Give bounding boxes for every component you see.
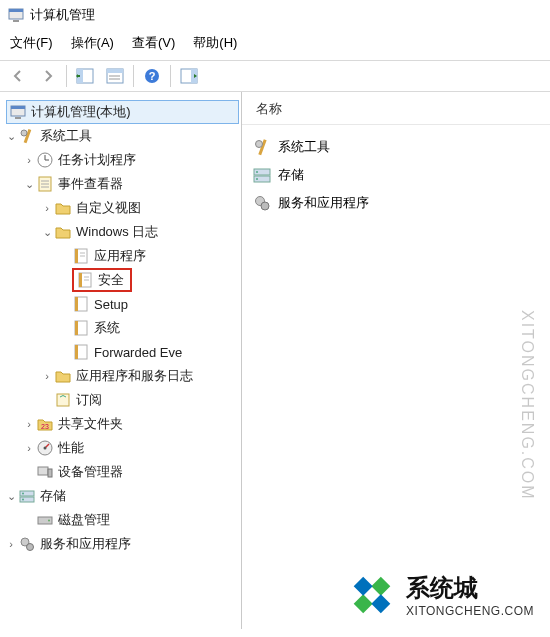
svg-rect-34: [75, 297, 78, 311]
tree-item-setup-log[interactable]: Setup: [4, 292, 241, 316]
shared-folders-icon: 23: [36, 415, 54, 433]
expander-icon[interactable]: ›: [22, 154, 36, 166]
tree-label: Forwarded Eve: [94, 345, 182, 360]
tree-label: 性能: [58, 439, 84, 457]
svg-rect-2: [13, 20, 19, 22]
folder-icon: [54, 223, 72, 241]
tree-root-computer-management[interactable]: 计算机管理(本地): [6, 100, 239, 124]
svg-rect-61: [371, 577, 390, 596]
subscriptions-icon: [54, 391, 72, 409]
tree-item-app-service-logs[interactable]: › 应用程序和服务日志: [4, 364, 241, 388]
back-button[interactable]: [4, 63, 32, 89]
expander-icon[interactable]: ›: [40, 370, 54, 382]
menu-help[interactable]: 帮助(H): [193, 34, 237, 52]
toolbar-separator: [66, 65, 67, 87]
tree-item-subscriptions[interactable]: 订阅: [4, 388, 241, 412]
tree-item-system-log[interactable]: 系统: [4, 316, 241, 340]
menu-action[interactable]: 操作(A): [71, 34, 114, 52]
properties-button[interactable]: [101, 63, 129, 89]
tree-item-custom-views[interactable]: › 自定义视图: [4, 196, 241, 220]
tree-item-disk-management[interactable]: 磁盘管理: [4, 508, 241, 532]
svg-rect-26: [75, 249, 78, 263]
svg-text:?: ?: [149, 70, 156, 82]
tree-item-event-viewer[interactable]: ⌄ 事件查看器: [4, 172, 241, 196]
list-item-storage[interactable]: 存储: [252, 161, 550, 189]
svg-rect-6: [107, 69, 123, 73]
tree-item-application-log[interactable]: 应用程序: [4, 244, 241, 268]
expander-icon[interactable]: ⌄: [40, 226, 54, 239]
tree-label: 服务和应用程序: [40, 535, 131, 553]
services-icon: [252, 193, 272, 213]
svg-rect-44: [48, 469, 52, 477]
svg-rect-15: [15, 117, 21, 119]
expander-icon[interactable]: ⌄: [22, 178, 36, 191]
tree-item-device-manager[interactable]: 设备管理器: [4, 460, 241, 484]
svg-point-47: [22, 493, 24, 495]
svg-rect-64: [371, 594, 390, 613]
app-icon: [8, 7, 24, 23]
svg-rect-30: [79, 273, 82, 287]
device-manager-icon: [36, 463, 54, 481]
expander-icon[interactable]: ›: [22, 442, 36, 454]
brand-logo-icon: [348, 571, 396, 619]
menubar: 文件(F) 操作(A) 查看(V) 帮助(H): [0, 30, 550, 60]
event-viewer-icon: [36, 175, 54, 193]
toolbar-separator: [133, 65, 134, 87]
window-title: 计算机管理: [30, 6, 95, 24]
tree-label: 存储: [40, 487, 66, 505]
tree-item-services-apps[interactable]: › 服务和应用程序: [4, 532, 241, 556]
menu-file[interactable]: 文件(F): [10, 34, 53, 52]
tree-pane: 计算机管理(本地) ⌄ 系统工具 › 任务计划程序 ⌄ 事件查看器: [0, 92, 242, 629]
tree-item-storage[interactable]: ⌄ 存储: [4, 484, 241, 508]
svg-point-57: [256, 171, 258, 173]
column-header-name[interactable]: 名称: [242, 96, 550, 125]
tree-item-performance[interactable]: › 性能: [4, 436, 241, 460]
tree-label: 订阅: [76, 391, 102, 409]
tree-item-task-scheduler[interactable]: › 任务计划程序: [4, 148, 241, 172]
action-pane-button[interactable]: [175, 63, 203, 89]
tree-item-forwarded-events[interactable]: Forwarded Eve: [4, 340, 241, 364]
tree-label: 共享文件夹: [58, 415, 123, 433]
help-button[interactable]: ?: [138, 63, 166, 89]
expander-icon[interactable]: ›: [40, 202, 54, 214]
tree-item-security-log[interactable]: 安全: [4, 268, 241, 292]
storage-icon: [252, 165, 272, 185]
svg-point-58: [256, 178, 258, 180]
svg-point-50: [48, 520, 50, 522]
list-item-system-tools[interactable]: 系统工具: [252, 133, 550, 161]
tree-label: 事件查看器: [58, 175, 123, 193]
svg-text:23: 23: [41, 423, 49, 430]
storage-icon: [18, 487, 36, 505]
folder-icon: [54, 367, 72, 385]
tree-item-shared-folders[interactable]: › 23 共享文件夹: [4, 412, 241, 436]
list-item-label: 系统工具: [278, 138, 330, 156]
brand: 系统城 XITONGCHENG.COM: [348, 571, 534, 619]
svg-point-48: [22, 499, 24, 501]
folder-icon: [54, 199, 72, 217]
list-item-services-apps[interactable]: 服务和应用程序: [252, 189, 550, 217]
highlight-box: 安全: [72, 268, 132, 292]
log-icon: [72, 319, 90, 337]
log-icon: [76, 271, 94, 289]
tree-label: 磁盘管理: [58, 511, 110, 529]
menu-view[interactable]: 查看(V): [132, 34, 175, 52]
tree-label: 系统: [94, 319, 120, 337]
svg-point-42: [44, 447, 47, 450]
brand-title: 系统城: [406, 572, 534, 604]
tree-item-system-tools[interactable]: ⌄ 系统工具: [4, 124, 241, 148]
tree-item-windows-logs[interactable]: ⌄ Windows 日志: [4, 220, 241, 244]
tree: 计算机管理(本地) ⌄ 系统工具 › 任务计划程序 ⌄ 事件查看器: [0, 96, 241, 556]
expander-icon[interactable]: ⌄: [4, 130, 18, 143]
expander-icon[interactable]: ⌄: [4, 490, 18, 503]
expander-icon[interactable]: ›: [4, 538, 18, 550]
list-item-label: 服务和应用程序: [278, 194, 369, 212]
expander-icon[interactable]: ›: [22, 418, 36, 430]
computer-icon: [9, 103, 27, 121]
watermark: XITONGCHENG.COM: [518, 310, 536, 501]
svg-point-54: [256, 141, 263, 148]
forward-button[interactable]: [34, 63, 62, 89]
tree-label: 设备管理器: [58, 463, 123, 481]
main-split: 计算机管理(本地) ⌄ 系统工具 › 任务计划程序 ⌄ 事件查看器: [0, 92, 550, 629]
show-hide-tree-button[interactable]: [71, 63, 99, 89]
tree-label: 任务计划程序: [58, 151, 136, 169]
